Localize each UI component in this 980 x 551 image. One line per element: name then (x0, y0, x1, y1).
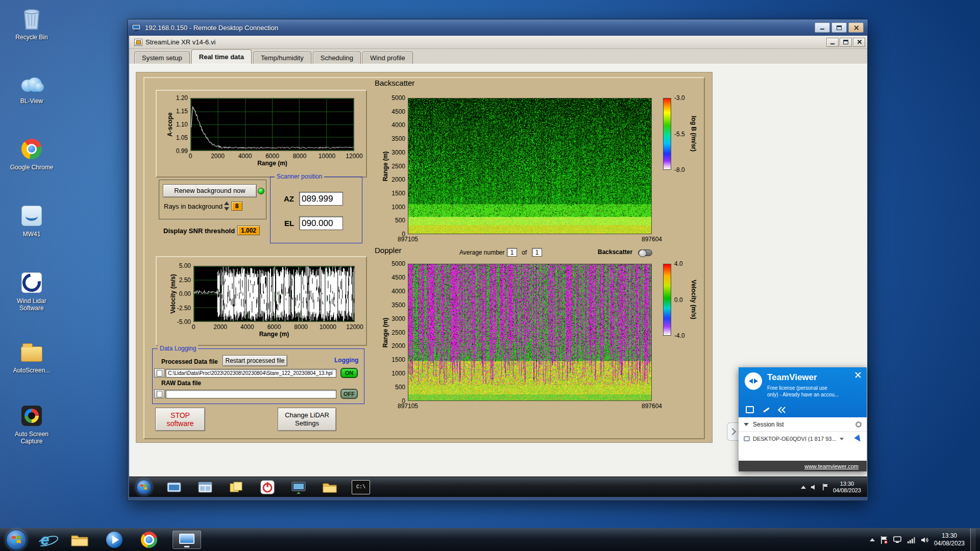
increment-icon[interactable] (224, 202, 229, 205)
velocity-x-ticks: 020004000600080001000012000 (193, 323, 355, 331)
rdp-titlebar[interactable]: 192.168.0.150 - Remote Desktop Connectio… (128, 19, 868, 36)
rays-value-field[interactable]: 8 (231, 202, 242, 211)
el-label: EL (284, 219, 294, 228)
taskbar-rdp-window-button[interactable] (173, 531, 201, 549)
desktop-icon-mw41[interactable]: MW41 (5, 203, 58, 238)
taskbar-media-player-icon[interactable] (103, 531, 126, 549)
rdp-taskbar-folder-icon[interactable] (321, 480, 339, 494)
folder-icon (19, 339, 44, 365)
taskbar-explorer-icon[interactable] (68, 531, 91, 549)
rays-spinner[interactable] (224, 202, 230, 211)
start-button[interactable] (6, 530, 27, 550)
rdp-taskbar-notes-icon[interactable] (227, 480, 246, 494)
tray-show-hidden-icon[interactable] (870, 538, 875, 541)
tab-system-setup[interactable]: System setup (134, 52, 190, 64)
annotate-icon[interactable] (762, 406, 770, 413)
rdp-taskbar-screen-capture-icon[interactable] (289, 480, 308, 494)
tick-label: 897105 (398, 403, 418, 410)
restart-processed-file-button[interactable]: Restart processed file (223, 355, 287, 366)
backscatter-toggle[interactable] (638, 249, 652, 256)
close-icon[interactable] (854, 371, 862, 379)
maximize-icon (837, 26, 842, 30)
system-clock[interactable]: 13:30 04/08/2023 (934, 532, 965, 547)
collapse-icon[interactable] (778, 406, 787, 413)
processed-data-file-label: Processed Data file (161, 358, 218, 365)
app-close-button[interactable] (853, 38, 865, 47)
session-entry-row[interactable]: DESKTOP-OE0QDVI (1 817 93... (739, 432, 867, 446)
raw-path-drive-icon[interactable] (154, 389, 164, 398)
processed-path-field[interactable]: C:\Lidar\Data\Proc\2023\202308\20230804\… (165, 369, 336, 378)
rdp-taskbar-explorer-icon[interactable] (165, 480, 183, 494)
rdp-taskbar-power-app-icon[interactable] (258, 480, 277, 494)
minimize-icon (820, 25, 825, 30)
app-titlebar[interactable]: StreamLine XR v14-6.vi (129, 36, 867, 49)
tab-temp-humidity[interactable]: Temp/humidity (253, 52, 311, 64)
raw-path-field[interactable] (165, 390, 336, 398)
rdp-start-button[interactable] (136, 480, 152, 495)
session-list-label: Session list (753, 421, 784, 428)
chevron-down-icon[interactable] (840, 438, 844, 440)
desktop-icon-recycle-bin[interactable]: Recycle Bin (5, 6, 58, 41)
app-maximize-button[interactable] (840, 38, 852, 47)
taskbar-internet-explorer-icon[interactable]: e (34, 531, 56, 549)
average-count-field[interactable]: 1 (532, 248, 542, 257)
session-entry-label: DESKTOP-OE0QDVI (1 817 93... (753, 436, 837, 442)
average-number-field[interactable]: 1 (507, 248, 517, 257)
teamviewer-logo-icon (745, 372, 762, 390)
change-lidar-settings-button[interactable]: Change LiDAR Settings (278, 408, 336, 431)
teamviewer-collapse-handle[interactable] (727, 422, 739, 441)
desktop-icon-autoscreen[interactable]: AutoScreen... (5, 339, 58, 374)
rdp-tray-flag-icon[interactable] (822, 484, 828, 490)
tray-network-icon[interactable] (907, 537, 915, 543)
processed-logging-on-button[interactable]: ON (340, 368, 358, 378)
rdp-clock[interactable]: 13:30 04/08/2023 (833, 481, 861, 494)
remote-cursor-icon (854, 434, 863, 443)
tab-scheduling[interactable]: Scheduling (313, 52, 361, 64)
tab-wind-profile[interactable]: Wind profile (362, 52, 413, 64)
tab-real-time-data[interactable]: Real time data (191, 49, 252, 64)
rdp-tray-volume-icon[interactable] (811, 484, 818, 490)
tray-display-icon[interactable] (893, 536, 901, 543)
tick-label: 1500 (391, 190, 405, 197)
rdp-tray-show-hidden-icon[interactable] (801, 486, 806, 489)
contacts-icon[interactable] (746, 406, 754, 413)
raw-logging-off-button[interactable]: OFF (340, 389, 358, 399)
tick-label: 897604 (642, 403, 662, 410)
teamviewer-link[interactable]: www.teamviewer.com (804, 463, 859, 469)
close-icon (853, 25, 859, 31)
tray-action-center-icon[interactable] (880, 536, 888, 544)
rdp-taskbar-command-prompt-icon[interactable]: C:\ (352, 480, 370, 494)
app-minimize-button[interactable] (826, 38, 839, 47)
az-value-field[interactable]: 089.999 (299, 192, 343, 206)
taskbar-chrome-icon[interactable] (138, 531, 160, 549)
session-list-row[interactable]: Session list (739, 417, 867, 432)
renew-background-button[interactable]: Renew background now (163, 184, 257, 197)
desktop-icon-label: Wind Lidar Software (5, 297, 58, 312)
snr-threshold-field[interactable]: 1.002 (237, 226, 260, 235)
desktop-icon-auto-screen-capture[interactable]: Auto Screen Capture (5, 403, 58, 445)
backscatter-x-ticks: 897105897604 (408, 236, 652, 243)
rdp-maximize-button[interactable] (831, 22, 847, 33)
el-value-field[interactable]: 090.000 (299, 216, 343, 230)
tick-label: 4000 (238, 153, 252, 160)
desktop-icon-bl-view[interactable]: BL-View (5, 70, 58, 105)
rdp-close-button[interactable] (848, 22, 864, 33)
license-line-1: Free license (personal use (767, 385, 839, 391)
show-desktop-button[interactable] (970, 529, 976, 551)
average-number-label: Average number (459, 249, 505, 256)
processed-path-drive-icon[interactable] (154, 368, 164, 378)
close-icon (856, 39, 862, 45)
desktop-icon-wind-lidar[interactable]: Wind Lidar Software (5, 270, 58, 312)
tick-label: 4500 (391, 274, 405, 281)
rdp-taskbar-app-window-icon[interactable] (196, 480, 214, 494)
rdp-minimize-button[interactable] (815, 22, 830, 33)
decrement-icon[interactable] (224, 207, 229, 211)
tray-volume-icon[interactable] (921, 537, 928, 543)
chrome-icon (19, 136, 44, 162)
gear-icon[interactable] (855, 421, 862, 428)
desktop-icon-google-chrome[interactable]: Google Chrome (5, 136, 58, 171)
desktop-icon-label: MW41 (5, 231, 58, 238)
stop-software-button[interactable]: STOP software (155, 408, 205, 431)
change-settings-line2: Settings (295, 419, 319, 428)
tick-label: 5000 (391, 260, 405, 267)
